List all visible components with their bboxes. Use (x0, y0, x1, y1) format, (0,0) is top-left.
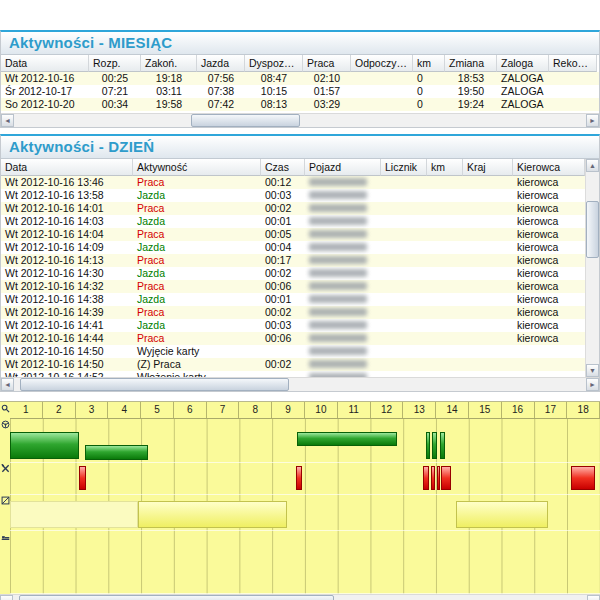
table-row[interactable]: Wt 2012-10-16 13:58Jazda00:03kierowca (1, 189, 585, 202)
timeline-icon-column (0, 402, 10, 594)
column-header[interactable]: Dyspozycja (245, 55, 303, 72)
scroll-left-button[interactable]: ◄ (1, 114, 14, 127)
scroll-left-button[interactable]: ◄ (1, 378, 14, 391)
cell: Wt 2012-10-16 14:41 (1, 319, 133, 332)
table-row[interactable]: Wt 2012-10-16 14:52Włożenie karty (1, 371, 585, 377)
scroll-right-button[interactable]: ► (586, 378, 599, 391)
hour-label: 6 (174, 402, 207, 418)
cell (463, 189, 513, 202)
scroll-down-button[interactable]: ▼ (586, 364, 599, 377)
table-row[interactable]: Wt 2012-10-16 14:44Praca00:06kierowca (1, 332, 585, 345)
cell: ZALOGA (497, 72, 549, 85)
cell (463, 202, 513, 215)
column-header[interactable]: Rozp. (89, 55, 141, 72)
scroll-left-button[interactable]: ◄ (0, 595, 13, 600)
table-row[interactable]: Wt 2012-10-16 14:50Wyjęcie karty (1, 345, 585, 358)
column-header[interactable]: Aktywność (133, 159, 261, 176)
cell: Wyjęcie karty (133, 345, 261, 358)
table-row[interactable]: Wt 2012-10-16 14:03Jazda00:01kierowca (1, 215, 585, 228)
column-header[interactable]: km (413, 55, 445, 72)
cell (463, 319, 513, 332)
cell (305, 280, 381, 293)
cell: ZALOGA (497, 98, 549, 111)
table-row[interactable]: Wt 2012-10-16 14:30Jazda00:02kierowca (1, 267, 585, 280)
scroll-thumb[interactable] (20, 378, 289, 391)
table-row[interactable]: Wt 2012-10-16 13:46Praca00:12kierowca (1, 176, 585, 189)
table-row[interactable]: Wt 2012-10-16 14:01Praca00:02kierowca (1, 202, 585, 215)
scroll-right-button[interactable]: ► (586, 114, 599, 127)
month-horizontal-scrollbar[interactable]: ◄ ► (1, 113, 599, 127)
scroll-right-button[interactable]: ► (587, 595, 600, 600)
column-header[interactable]: Jazda (197, 55, 245, 72)
table-row[interactable]: Śr 2012-10-1707:2103:1107:3810:1501:5701… (1, 85, 599, 98)
table-row[interactable]: Wt 2012-10-16 14:38Jazda00:01kierowca (1, 293, 585, 306)
cell: Włożenie karty (133, 371, 261, 377)
table-row[interactable]: Wt 2012-10-16 14:50(Z) Praca00:02 (1, 358, 585, 371)
table-row[interactable]: Wt 2012-10-16 14:04Praca00:05kierowca (1, 228, 585, 241)
cell: 00:04 (261, 241, 305, 254)
column-header[interactable]: km (427, 159, 463, 176)
cell: Praca (133, 280, 261, 293)
scroll-thumb[interactable] (19, 595, 335, 600)
vehicle-masked-value (309, 256, 367, 264)
cell: 03:29 (303, 98, 351, 111)
scroll-track[interactable] (13, 595, 587, 600)
column-header[interactable]: Kraj (463, 159, 513, 176)
hour-label: 3 (76, 402, 109, 418)
table-row[interactable]: Wt 2012-10-16 14:09Jazda00:04kierowca (1, 241, 585, 254)
scroll-up-button[interactable]: ▲ (586, 159, 599, 172)
column-header[interactable]: Zaloga (497, 55, 549, 72)
table-row[interactable]: Wt 2012-10-1600:2519:1807:5608:4702:1001… (1, 72, 599, 85)
cell: kierowca (513, 267, 585, 280)
cell: 00:02 (261, 306, 305, 319)
cell (381, 215, 427, 228)
cell (305, 345, 381, 358)
cell: kierowca (513, 215, 585, 228)
cell (261, 345, 305, 358)
praca-bar (441, 466, 450, 490)
cell: Jazda (133, 241, 261, 254)
column-header[interactable]: Odpoczynek (351, 55, 413, 72)
column-header[interactable]: Licznik (381, 159, 427, 176)
cell: 00:12 (261, 176, 305, 189)
column-header[interactable]: Czas (261, 159, 305, 176)
column-header[interactable]: Zmiana (445, 55, 497, 72)
table-row[interactable]: Wt 2012-10-16 14:32Praca00:06kierowca (1, 280, 585, 293)
column-header[interactable]: Data (1, 159, 133, 176)
table-row[interactable]: So 2012-10-2000:3419:5807:4208:1303:2901… (1, 98, 599, 111)
timeline-horizontal-scrollbar[interactable]: ◄ ► (0, 594, 600, 600)
cell: 07:38 (197, 85, 245, 98)
vehicle-masked-value (309, 373, 367, 377)
scroll-track[interactable] (586, 172, 599, 364)
day-horizontal-scrollbar[interactable]: ◄ ► (1, 377, 599, 391)
timeline-row-praca (10, 463, 600, 495)
day-vertical-scrollbar[interactable]: ▲ ▼ (585, 159, 599, 377)
praca-bar (79, 466, 86, 490)
table-row[interactable]: Wt 2012-10-16 14:39Praca00:02kierowca (1, 306, 585, 319)
jazda-bar (440, 432, 445, 459)
scroll-thumb[interactable] (586, 201, 599, 259)
jazda-bar (297, 432, 397, 446)
column-header[interactable]: Zakoń. (141, 55, 197, 72)
cell (427, 280, 463, 293)
cell (351, 72, 413, 85)
dyspozycja-bar (138, 501, 287, 528)
column-header[interactable]: Kierowca (513, 159, 585, 176)
hour-label: 18 (567, 402, 600, 418)
cell (381, 176, 427, 189)
column-header[interactable]: Data (1, 55, 89, 72)
table-row[interactable]: Wt 2012-10-16 14:13Praca00:17kierowca (1, 254, 585, 267)
cell (427, 371, 463, 377)
column-header[interactable]: Rekom... (549, 55, 597, 72)
column-header[interactable]: Pojazd (305, 159, 381, 176)
vehicle-masked-value (309, 217, 367, 225)
column-header[interactable]: Praca (303, 55, 351, 72)
cell: Wt 2012-10-16 13:46 (1, 176, 133, 189)
zoom-tool[interactable] (0, 402, 10, 418)
cell (305, 319, 381, 332)
steering-wheel-icon (1, 420, 10, 429)
scroll-thumb[interactable] (191, 114, 300, 127)
scroll-track[interactable] (14, 378, 586, 391)
scroll-track[interactable] (14, 114, 586, 127)
table-row[interactable]: Wt 2012-10-16 14:41Jazda00:03kierowca (1, 319, 585, 332)
